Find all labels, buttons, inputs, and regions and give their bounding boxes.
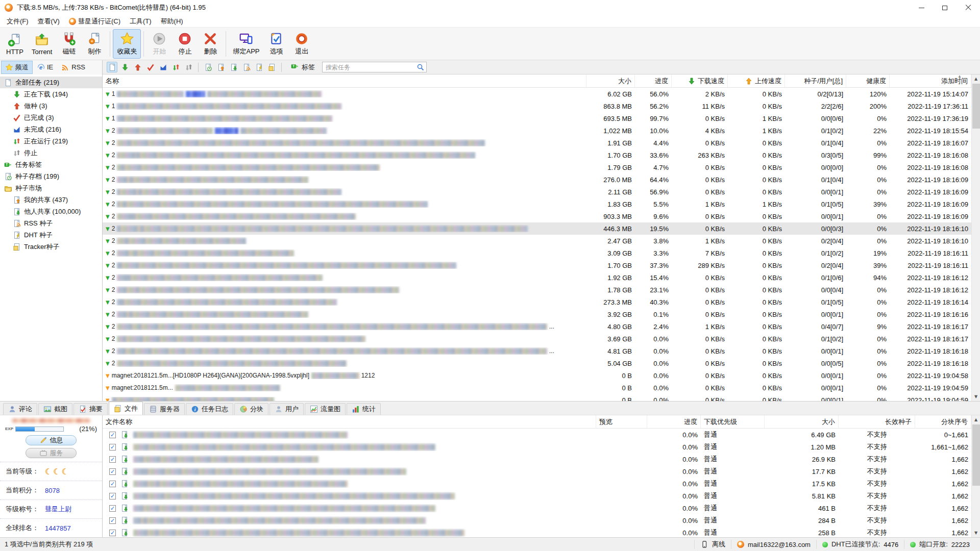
search-input[interactable] <box>323 64 415 71</box>
view-stopped-button[interactable] <box>183 62 194 72</box>
view-tab-RSS[interactable]: RSS <box>57 61 89 73</box>
detail-tab-统计[interactable]: 统计 <box>347 403 381 415</box>
file-column-header-7[interactable]: 分块序号 <box>915 415 971 428</box>
file-checkbox[interactable]: ✓ <box>109 481 116 487</box>
file-checkbox[interactable]: ✓ <box>109 530 116 536</box>
task-row-3[interactable]: ▼1693.5 MB99.7%0 KB/s1 KB/s0/0[0/6]0%202… <box>103 112 971 124</box>
sidebar-item-3[interactable]: 做种 (3) <box>0 100 102 112</box>
task-row-1[interactable]: ▼16.02 GB56.0%2 KB/s0 KB/s0/2[0/13]120%2… <box>103 88 971 100</box>
task-row-14[interactable]: ▼23.09 GB3.3%7 KB/s0 KB/s0/1[0/2]19%2022… <box>103 247 971 259</box>
detail-tab-流量图[interactable]: 流量图 <box>305 403 346 415</box>
rss-torrents-button[interactable] <box>241 62 252 72</box>
torrent-button[interactable]: Torrent <box>28 29 56 59</box>
menu-item-3[interactable]: 彗星通行证(C) <box>64 16 125 27</box>
task-row-9[interactable]: ▼22.11 GB56.9%0 KB/s0 KB/s0/0[0/1]0%2022… <box>103 186 971 198</box>
task-row-4[interactable]: ▼21,022 MB10.0%4 KB/s1 KB/s0/1[0/2]22%20… <box>103 124 971 137</box>
tag-button[interactable]: T 标签 <box>291 62 315 72</box>
sidebar-item-4[interactable]: 已完成 (3) <box>0 112 102 123</box>
file-column-header-3[interactable]: 进度 <box>647 415 701 428</box>
service-button[interactable]: 服务 <box>26 448 77 458</box>
sidebar-item-5[interactable]: 未完成 (216) <box>0 123 102 135</box>
file-row-3[interactable]: ✓0.0%普通26.9 KB不支持1,662 <box>103 453 971 465</box>
column-header-2[interactable]: 大小 <box>586 74 635 87</box>
task-row-19[interactable]: ▼23.92 GB0.1%0 KB/s0 KB/s0/0[0/1]0%2022-… <box>103 308 971 320</box>
file-row-4[interactable]: ✓0.0%普通17.7 KB不支持1,662 <box>103 465 971 478</box>
file-column-header-4[interactable]: 下载优先级 <box>701 415 765 428</box>
task-row-24[interactable]: ▼magnet:2018121.5m...[HD1080P H264](GANA… <box>103 369 971 382</box>
others-share-button[interactable] <box>228 62 239 72</box>
dht-torrents-button[interactable] <box>254 62 264 72</box>
exit-button[interactable]: 退出 <box>289 29 314 59</box>
task-row-10[interactable]: ▼21.83 GB5.5%1 KB/s1 KB/s0/1[0/5]39%2022… <box>103 198 971 210</box>
file-scroll-down-arrow[interactable]: ▼ <box>972 529 980 537</box>
options-button[interactable]: 选项 <box>263 29 289 59</box>
detail-tab-摘要[interactable]: 摘要 <box>74 403 108 415</box>
my-share-button[interactable] <box>215 62 226 72</box>
task-row-23[interactable]: ▼25.04 GB0.0%0 KB/s0 KB/s0/0[0/5]0%2022-… <box>103 357 971 369</box>
detail-tab-文件[interactable]: 文件 <box>109 402 143 415</box>
column-header-5[interactable]: 上传速度 <box>728 74 785 87</box>
sidebar-item-12[interactable]: 他人共享 (100,000) <box>0 206 102 217</box>
menu-item-1[interactable]: 文件(F) <box>2 16 33 27</box>
file-checkbox[interactable]: ✓ <box>109 456 116 463</box>
file-row-1[interactable]: ✓0.0%普通6.49 GB不支持0~1,661 <box>103 429 971 441</box>
close-button[interactable] <box>957 0 980 15</box>
task-row-5[interactable]: ▼21.91 GB4.4%0 KB/s0 KB/s0/1[0/4]0%2022-… <box>103 137 971 149</box>
delete-button[interactable]: 删除 <box>198 29 223 59</box>
sidebar-item-1[interactable]: 全部任务 (219) <box>0 77 102 88</box>
sidebar-item-14[interactable]: DHT 种子 <box>0 229 102 241</box>
make-torrent-button[interactable]: 制作 <box>82 29 107 59</box>
scroll-down-arrow[interactable]: ▼ <box>972 392 980 401</box>
maximize-button[interactable] <box>933 0 957 15</box>
file-row-6[interactable]: ✓0.0%普通5.81 KB不支持1,662 <box>103 490 971 502</box>
sidebar-item-8[interactable]: T任务标签 <box>0 159 102 170</box>
detail-tab-服务器[interactable]: 服务器 <box>144 403 185 415</box>
file-checkbox[interactable]: ✓ <box>109 468 116 475</box>
info-button[interactable]: 信息 <box>26 435 77 445</box>
file-column-header-2[interactable]: 预览 <box>596 415 647 428</box>
column-header-4[interactable]: 下载速度 <box>672 74 728 87</box>
file-column-header-6[interactable]: 长效种子 <box>839 415 915 428</box>
task-row-8[interactable]: ▼2276.0 MB64.4%0 KB/s0 KB/s0/1[0/4]0%202… <box>103 173 971 186</box>
file-checkbox[interactable]: ✓ <box>109 493 116 499</box>
file-checkbox[interactable]: ✓ <box>109 432 116 438</box>
view-tab-频道[interactable]: 频道 <box>1 61 33 74</box>
file-row-7[interactable]: ✓0.0%普通461 B不支持1,662 <box>103 502 971 514</box>
task-row-22[interactable]: ▼2...4.81 GB0.0%0 KB/s0 KB/s0/0[0/1]0%20… <box>103 345 971 357</box>
torrent-archive-button[interactable] <box>203 62 213 72</box>
file-scrollbar[interactable]: ▲ ▼ <box>971 415 980 537</box>
task-row-26[interactable]: ▼0 B0.0%0 KB/s0 KB/s0/0[0/1]0%2022-11-19… <box>103 394 971 401</box>
task-row-6[interactable]: ▼21.70 GB33.6%263 KB/s0 KB/s0/3[0/5]99%2… <box>103 149 971 161</box>
task-row-17[interactable]: ▼21.78 GB23.1%0 KB/s0 KB/s0/0[0/4]0%2022… <box>103 284 971 296</box>
task-row-21[interactable]: ▼23.69 GB0.0%0 KB/s0 KB/s0/1[0/2]0%2022-… <box>103 333 971 345</box>
file-row-8[interactable]: ✓0.0%普通284 B不支持1,662 <box>103 514 971 527</box>
minimize-button[interactable] <box>910 0 933 15</box>
file-row-9[interactable]: ✓0.0%普通258 B不支持1,662 <box>103 527 971 537</box>
sidebar-item-10[interactable]: 种子市场 <box>0 182 102 194</box>
file-checkbox[interactable]: ✓ <box>109 505 116 512</box>
menu-item-2[interactable]: 查看(V) <box>33 16 64 27</box>
column-header-6[interactable]: 种子/用户[总] <box>785 74 846 87</box>
scroll-up-arrow[interactable]: ▲ <box>972 74 980 83</box>
menu-item-5[interactable]: 帮助(H) <box>156 16 188 27</box>
column-header-3[interactable]: 进度 <box>635 74 672 87</box>
sidebar-item-15[interactable]: Tracker种子 <box>0 241 102 253</box>
view-tab-IE[interactable]: eIE <box>33 61 57 73</box>
file-row-5[interactable]: ✓0.0%普通17.5 KB不支持1,662 <box>103 478 971 490</box>
view-downloading-button[interactable] <box>119 62 130 72</box>
task-row-12[interactable]: ▼2446.3 MB19.5%0 KB/s0 KB/s0/0[0/3]0%202… <box>103 222 971 235</box>
detail-tab-截图[interactable]: 截图 <box>38 403 72 415</box>
view-unfinished-button[interactable] <box>158 62 168 72</box>
http-button[interactable]: HTTP <box>2 29 28 59</box>
column-header-8[interactable]: 添加时间▲ <box>890 74 971 87</box>
sidebar-item-2[interactable]: 正在下载 (194) <box>0 88 102 100</box>
scroll-thumb[interactable] <box>972 84 980 129</box>
magnet-button[interactable]: 磁链 <box>56 29 82 59</box>
detail-tab-用户[interactable]: 用户 <box>270 403 304 415</box>
task-row-2[interactable]: ▼1863.8 MB56.2%11 KB/s0 KB/s2/2[2/6]200%… <box>103 100 971 112</box>
column-header-7[interactable]: 健康度 <box>846 74 890 87</box>
column-header-1[interactable]: 名称 <box>103 74 586 87</box>
task-row-13[interactable]: ▼22.47 GB3.8%1 KB/s0 KB/s0/2[0/4]0%2022-… <box>103 235 971 247</box>
view-active-button[interactable] <box>170 62 181 72</box>
file-row-2[interactable]: ✓0.0%普通1.20 MB不支持1,661~1,662 <box>103 441 971 453</box>
